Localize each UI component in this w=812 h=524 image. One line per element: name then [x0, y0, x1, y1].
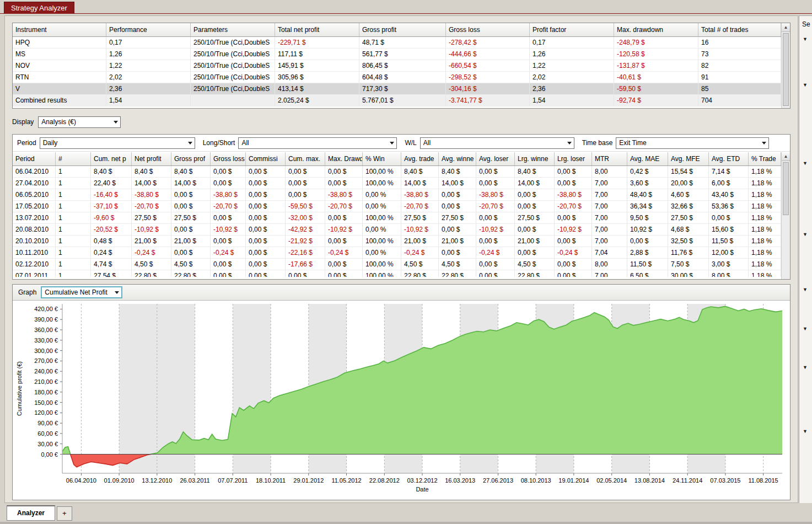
- period-filter-dropdown[interactable]: Daily: [40, 137, 195, 149]
- cell: 0,00 $: [439, 224, 476, 235]
- column-header-commissi[interactable]: Commissi: [246, 152, 286, 165]
- graph-type-dropdown[interactable]: Cumulative Net Profit: [41, 286, 122, 298]
- long-short-filter-dropdown[interactable]: All: [238, 137, 397, 149]
- right-panel-dropdown-arrow-icon[interactable]: ▼: [803, 161, 808, 166]
- cell: Combined results: [13, 95, 106, 106]
- cell: 0,00 $: [476, 270, 515, 277]
- cell: 1,18 %: [749, 201, 781, 212]
- right-panel-dropdown-arrow-icon[interactable]: ▼: [803, 232, 808, 237]
- add-tab-button[interactable]: +: [57, 506, 72, 521]
- table-row[interactable]: 27.04.2010122,40 $14,00 $14,00 $0,00 $0,…: [13, 178, 781, 189]
- column-header-cum-max[interactable]: Cum. max.: [286, 152, 325, 165]
- table-row[interactable]: 17.05.20101-37,10 $-20,70 $0,00 $-20,70 …: [13, 201, 781, 212]
- time-base-filter-dropdown[interactable]: Exit Time: [616, 137, 769, 149]
- column-header-gross-loss[interactable]: Gross loss: [446, 23, 530, 36]
- chevron-down-icon[interactable]: [111, 117, 120, 127]
- right-panel-dropdown-arrow-icon[interactable]: ▼: [803, 365, 808, 370]
- column-header-gross-loss[interactable]: Gross loss: [211, 152, 246, 165]
- cell: -120,58 $: [614, 49, 698, 60]
- column-header-max-drawdown[interactable]: Max. drawdown: [614, 23, 698, 36]
- scroll-thumb[interactable]: [783, 33, 789, 106]
- cell: [191, 95, 275, 106]
- cell: 7,00: [592, 201, 627, 212]
- chevron-down-icon[interactable]: [760, 138, 768, 148]
- scroll-up-button[interactable]: ▲: [782, 23, 790, 32]
- column-header-trade[interactable]: % Trade: [749, 152, 781, 165]
- cell: -20,70 $: [132, 201, 171, 212]
- column-header-avg-etd[interactable]: Avg. ETD: [709, 152, 749, 165]
- right-side-panel[interactable]: Se ▼ ▼ ▼ ▼ ▼ ▼ ▼ ▼: [799, 15, 812, 503]
- column-header-avg-mfe[interactable]: Avg. MFE: [668, 152, 709, 165]
- column-header-avg-loser[interactable]: Avg. loser: [476, 152, 515, 165]
- instruments-vertical-scrollbar[interactable]: ▲: [781, 23, 790, 108]
- instruments-table: InstrumentPerformanceParametersTotal net…: [13, 23, 781, 108]
- column-header-profit-factor[interactable]: Profit factor: [530, 23, 614, 36]
- window-title-tab[interactable]: Strategy Analyzer: [4, 2, 74, 14]
- table-row[interactable]: RTN2,02250/10/True (Cci,DoubleS305,96 $6…: [13, 72, 781, 83]
- table-row[interactable]: HPQ0,17250/10/True (Cci,DoubleS-229,71 $…: [13, 37, 781, 49]
- cell: 100,00 %: [363, 178, 401, 189]
- svg-text:18.10.2011: 18.10.2011: [256, 477, 286, 484]
- column-header-period[interactable]: Period: [13, 152, 56, 165]
- scroll-thumb[interactable]: [783, 162, 789, 215]
- right-panel-dropdown-arrow-icon[interactable]: ▼: [803, 429, 808, 434]
- right-panel-dropdown-arrow-icon[interactable]: ▼: [803, 36, 808, 42]
- scroll-up-button[interactable]: ▲: [782, 152, 790, 161]
- column-header-avg-winne[interactable]: Avg. winne: [439, 152, 476, 165]
- table-row[interactable]: 20.08.20101-20,52 $-10,92 $0,00 $-10,92 …: [13, 224, 781, 236]
- table-row[interactable]: 02.12.201014,74 $4,50 $4,50 $0,00 $0,00 …: [13, 259, 781, 270]
- column-header-instrument[interactable]: Instrument: [13, 23, 106, 36]
- column-header-cum-net-p[interactable]: Cum. net p: [91, 152, 132, 165]
- table-row[interactable]: Combined results1,542.025,24 $5.767,01 $…: [13, 95, 781, 106]
- table-row[interactable]: 06.04.201018,40 $8,40 $8,40 $0,00 $0,00 …: [13, 166, 781, 178]
- right-panel-dropdown-arrow-icon[interactable]: ▼: [803, 82, 808, 88]
- cell: 8,00: [592, 259, 627, 270]
- column-header-avg-trade[interactable]: Avg. trade: [401, 152, 439, 165]
- column-header-mtr[interactable]: MTR: [592, 152, 627, 165]
- column-header-total-of-trades[interactable]: Total # of trades: [698, 23, 781, 36]
- table-row[interactable]: 20.10.201010,48 $21,00 $21,00 $0,00 $0,0…: [13, 236, 781, 247]
- chevron-down-icon[interactable]: [565, 138, 574, 148]
- cell: 27,50 $: [668, 212, 709, 223]
- period-vertical-scrollbar[interactable]: ▲: [781, 152, 790, 279]
- cell: 1: [56, 189, 91, 200]
- cell: 4,50 $: [132, 259, 171, 270]
- column-header-gross-prof[interactable]: Gross prof: [171, 152, 211, 165]
- column-header-lrg-loser[interactable]: Lrg. loser: [555, 152, 592, 165]
- cell: 4,50 $: [401, 259, 439, 270]
- column-header-max-drawd[interactable]: Max. Drawd: [325, 152, 363, 165]
- column-header-total-net-profit[interactable]: Total net profit: [275, 23, 359, 36]
- wl-filter-dropdown[interactable]: All: [420, 137, 574, 149]
- cell: 0,00 $: [171, 189, 211, 200]
- table-row[interactable]: 10.11.201010,24 $-0,24 $0,00 $-0,24 $0,0…: [13, 247, 781, 259]
- column-header-col[interactable]: #: [56, 152, 91, 165]
- column-header-gross-profit[interactable]: Gross profit: [359, 23, 446, 36]
- cell: 11,50 $: [627, 259, 668, 270]
- right-panel-dropdown-arrow-icon[interactable]: ▼: [803, 326, 808, 331]
- cell: 145,91 $: [275, 60, 359, 71]
- chevron-down-icon[interactable]: [388, 138, 396, 148]
- right-panel-dropdown-arrow-icon[interactable]: ▼: [803, 287, 808, 292]
- table-row[interactable]: V2,36250/10/True (Cci,DoubleS413,14 $717…: [13, 83, 781, 95]
- column-header-lrg-winne[interactable]: Lrg. winne: [515, 152, 555, 165]
- chevron-down-icon[interactable]: [112, 287, 121, 297]
- table-row[interactable]: MS1,26250/10/True (Cci,DoubleS117,11 $56…: [13, 49, 781, 60]
- column-header-win[interactable]: % Win: [363, 152, 401, 165]
- table-row[interactable]: NOV1,22250/10/True (Cci,DoubleS145,91 $8…: [13, 60, 781, 72]
- bottom-tab-bar: Analyzer +: [7, 505, 72, 522]
- table-row[interactable]: 07.01.2011127,54 $22,80 $22,80 $0,00 $0,…: [13, 270, 781, 277]
- cell: 2,02: [106, 72, 191, 83]
- svg-text:360,00 €: 360,00 €: [34, 327, 58, 333]
- column-header-performance[interactable]: Performance: [106, 23, 191, 36]
- chevron-down-icon[interactable]: [186, 138, 195, 148]
- tab-analyzer[interactable]: Analyzer: [7, 505, 55, 521]
- column-header-parameters[interactable]: Parameters: [191, 23, 275, 36]
- table-row[interactable]: 13.07.20101-9,60 $27,50 $27,50 $0,00 $0,…: [13, 212, 781, 224]
- cell: 250/10/True (Cci,DoubleS: [191, 60, 275, 71]
- cell: 7,04: [592, 247, 627, 258]
- cell: -21,92 $: [286, 236, 325, 247]
- column-header-net-profit[interactable]: Net profit: [132, 152, 171, 165]
- table-row[interactable]: 06.05.20101-16,40 $-38,80 $0,00 $-38,80 …: [13, 189, 781, 201]
- column-header-avg-mae[interactable]: Avg. MAE: [627, 152, 668, 165]
- display-dropdown[interactable]: Analysis (€): [38, 116, 121, 128]
